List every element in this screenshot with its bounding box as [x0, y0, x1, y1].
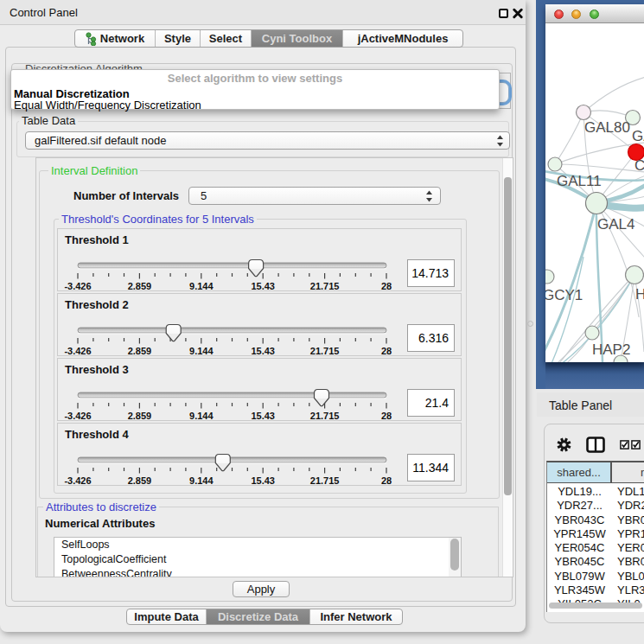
svg-text:28: 28 — [381, 475, 392, 486]
svg-text:15.43: 15.43 — [251, 346, 275, 356]
svg-text:15.43: 15.43 — [251, 475, 275, 486]
svg-text:C: C — [634, 157, 644, 174]
svg-text:GA: GA — [632, 128, 644, 144]
svg-text:9.144: 9.144 — [189, 281, 214, 291]
svg-text:9.144: 9.144 — [189, 475, 214, 486]
svg-text:21.715: 21.715 — [310, 346, 340, 356]
svg-text:2.859: 2.859 — [128, 346, 152, 356]
svg-text:28: 28 — [381, 346, 392, 356]
svg-text:21.715: 21.715 — [310, 475, 340, 486]
svg-text:15.43: 15.43 — [251, 281, 275, 291]
svg-text:2.859: 2.859 — [128, 281, 152, 291]
svg-text:28: 28 — [381, 281, 392, 291]
svg-text:GAL80: GAL80 — [584, 119, 630, 136]
svg-text:HAP2: HAP2 — [592, 341, 630, 358]
svg-text:21.715: 21.715 — [310, 281, 340, 291]
svg-text:HA: HA — [635, 286, 644, 303]
svg-text:15.43: 15.43 — [251, 411, 275, 421]
svg-text:21.715: 21.715 — [310, 411, 340, 421]
svg-text:GAL11: GAL11 — [557, 173, 602, 189]
svg-text:2.859: 2.859 — [128, 475, 152, 486]
svg-text:-3.426: -3.426 — [64, 475, 91, 486]
svg-text:28: 28 — [381, 411, 392, 421]
svg-text:-3.426: -3.426 — [64, 346, 91, 356]
svg-text:GCY1: GCY1 — [545, 287, 583, 303]
svg-text:9.144: 9.144 — [189, 346, 214, 356]
svg-text:2.859: 2.859 — [128, 411, 152, 421]
svg-text:-3.426: -3.426 — [64, 281, 91, 291]
svg-text:GAL4: GAL4 — [597, 216, 634, 233]
svg-text:-3.426: -3.426 — [64, 411, 91, 421]
svg-text:9.144: 9.144 — [189, 411, 214, 421]
